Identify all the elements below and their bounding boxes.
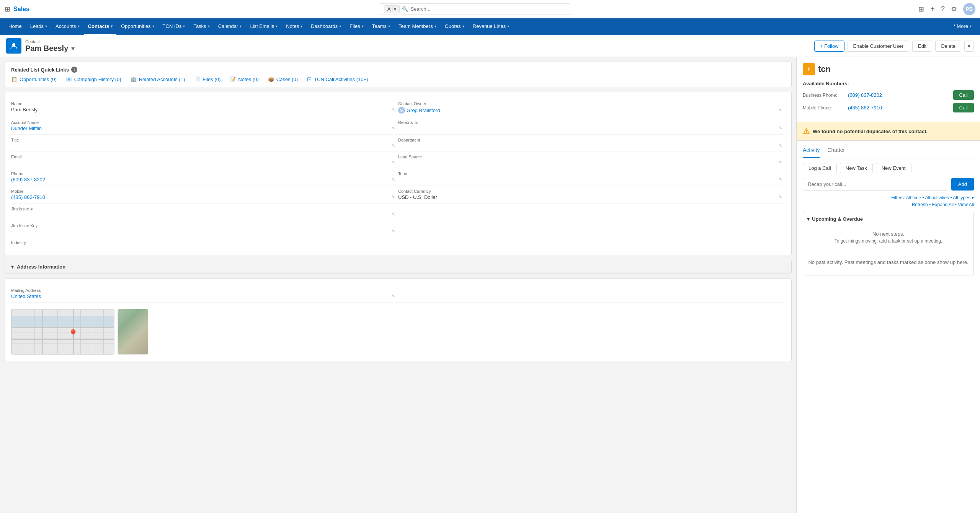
app-grid-icon[interactable]: ⊞ bbox=[5, 5, 10, 13]
jira-issue-key-edit-icon[interactable]: ✎ bbox=[392, 229, 395, 234]
quick-link-tcn-activities[interactable]: ☑ TCN Call Activities (10+) bbox=[307, 77, 368, 82]
activity-tabs: Activity Chatter bbox=[803, 147, 974, 158]
team-edit-icon[interactable]: ✎ bbox=[779, 177, 782, 182]
nav-opportunities-chevron: ▾ bbox=[152, 24, 154, 28]
mailing-address-value: United States bbox=[11, 293, 392, 299]
tcn-business-call-button[interactable]: Call bbox=[953, 90, 974, 100]
owner-avatar-icon: G bbox=[398, 107, 405, 114]
lead-source-edit-icon[interactable]: ✎ bbox=[779, 160, 782, 165]
nav-item-notes[interactable]: Notes ▾ bbox=[282, 18, 306, 35]
search-input[interactable] bbox=[410, 6, 567, 12]
field-lead-source: Lead Source ✎ bbox=[398, 151, 785, 168]
nav-opportunities-label: Opportunities bbox=[121, 23, 150, 29]
department-edit-icon[interactable]: ✎ bbox=[779, 143, 782, 148]
mobile-link[interactable]: (435) 862-7910 bbox=[11, 194, 45, 200]
search-container: All ▾ 🔍 bbox=[36, 3, 915, 15]
nav-item-tasks[interactable]: Tasks ▾ bbox=[189, 18, 213, 35]
tcn-business-phone-number: (609) 837-8202 bbox=[848, 92, 950, 98]
mailing-address-label: Mailing Address bbox=[11, 288, 395, 293]
quick-link-campaign-history[interactable]: 📧 Campaign History (0) bbox=[66, 77, 121, 82]
nav-team-members-label: Team Members bbox=[399, 23, 433, 29]
contact-currency-edit-icon[interactable]: ✎ bbox=[779, 195, 782, 200]
help-icon[interactable]: ? bbox=[941, 5, 945, 13]
nav-item-calendar[interactable]: Calendar ▾ bbox=[214, 18, 246, 35]
tcn-mobile-call-button[interactable]: Call bbox=[953, 103, 974, 112]
follow-button[interactable]: + Follow bbox=[814, 41, 844, 52]
actions-dropdown-button[interactable]: ▾ bbox=[964, 41, 974, 52]
email-edit-icon[interactable]: ✎ bbox=[392, 160, 395, 165]
contact-object-label: Contact bbox=[25, 39, 75, 44]
subtab-new-event[interactable]: New Event bbox=[876, 163, 911, 173]
subtab-new-task[interactable]: New Task bbox=[840, 163, 873, 173]
name-value: Pam Beesly bbox=[11, 107, 392, 112]
settings-icon[interactable]: ⚙ bbox=[951, 5, 957, 13]
quick-link-files[interactable]: 📄 Files (0) bbox=[194, 77, 220, 82]
avatar[interactable]: PB bbox=[963, 3, 975, 15]
contact-owner-edit-icon[interactable]: ✎ bbox=[779, 108, 782, 113]
nav-item-tcn-ids[interactable]: TCN IDs ▾ bbox=[159, 18, 189, 35]
tab-activity[interactable]: Activity bbox=[803, 147, 820, 158]
contact-owner-link[interactable]: Greg Brailsford bbox=[407, 107, 440, 113]
favorites-icon[interactable]: ⊞ bbox=[918, 5, 924, 13]
phone-edit-icon[interactable]: ✎ bbox=[392, 177, 395, 182]
account-name-link[interactable]: Dunder Mifflin bbox=[11, 125, 42, 131]
title-edit-icon[interactable]: ✎ bbox=[392, 143, 395, 148]
add-button[interactable]: Add bbox=[951, 178, 974, 191]
nav-item-list-emails[interactable]: List Emails ▾ bbox=[246, 18, 281, 35]
quick-link-related-accounts[interactable]: 🏢 Related Accounts (1) bbox=[131, 77, 185, 82]
subtab-log-call[interactable]: Log a Call bbox=[803, 163, 837, 173]
opportunities-icon: 📋 bbox=[11, 77, 17, 82]
field-placeholder-9 bbox=[398, 237, 785, 249]
expand-all-link[interactable]: Expand All bbox=[932, 202, 954, 207]
nav-item-team-members[interactable]: Team Members ▾ bbox=[395, 18, 440, 35]
top-bar: ⊞ Sales All ▾ 🔍 ⊞ + ? ⚙ PB bbox=[0, 0, 980, 18]
field-team: Team ✎ bbox=[398, 168, 785, 186]
delete-button[interactable]: Delete bbox=[935, 41, 961, 52]
nav-item-leads[interactable]: Leads ▾ bbox=[26, 18, 51, 35]
search-pill[interactable]: All ▾ bbox=[384, 5, 400, 13]
address-section-header[interactable]: ▾ Address Information bbox=[5, 260, 792, 274]
mailing-address-link[interactable]: United States bbox=[11, 293, 41, 299]
notes-icon: 📝 bbox=[230, 77, 236, 82]
mailing-address-edit-icon[interactable]: ✎ bbox=[392, 294, 395, 299]
enable-customer-user-button[interactable]: Enable Customer User bbox=[848, 41, 910, 52]
follow-star-icon[interactable]: ★ bbox=[70, 45, 75, 51]
nav-item-files[interactable]: Files ▾ bbox=[346, 18, 367, 35]
jira-issue-id-edit-icon[interactable]: ✎ bbox=[392, 212, 395, 217]
reports-to-edit-icon[interactable]: ✎ bbox=[779, 125, 782, 130]
tab-chatter[interactable]: Chatter bbox=[827, 147, 845, 158]
nav-item-home[interactable]: Home bbox=[5, 18, 26, 35]
mobile-edit-icon[interactable]: ✎ bbox=[392, 195, 395, 200]
field-account-name: Account Name Dunder Mifflin ✎ bbox=[11, 117, 398, 134]
add-icon[interactable]: + bbox=[930, 5, 935, 13]
edit-button[interactable]: Edit bbox=[912, 41, 932, 52]
no-steps-desc: To get things moving, add a task or set … bbox=[807, 238, 970, 244]
quick-links-info-icon[interactable]: i bbox=[71, 67, 77, 73]
quick-link-notes[interactable]: 📝 Notes (0) bbox=[230, 77, 258, 82]
field-jira-issue-id: Jira Issue id ✎ bbox=[11, 204, 398, 220]
field-jira-issue-key: Jira Issue Key ✎ bbox=[11, 220, 398, 237]
fields-row-9: Industry bbox=[11, 237, 785, 249]
recap-input[interactable] bbox=[803, 178, 948, 191]
app-name: Sales bbox=[13, 6, 29, 13]
refresh-link[interactable]: Refresh bbox=[912, 202, 928, 207]
nav-item-revenue-lines[interactable]: Revenue Lines ▾ bbox=[469, 18, 513, 35]
nav-leads-chevron: ▾ bbox=[45, 24, 47, 28]
nav-item-more[interactable]: * More ▾ bbox=[950, 18, 975, 35]
field-industry: Industry bbox=[11, 237, 398, 249]
nav-item-accounts[interactable]: Accounts ▾ bbox=[52, 18, 83, 35]
name-edit-icon[interactable]: ✎ bbox=[392, 107, 395, 112]
nav-item-opportunities[interactable]: Opportunities ▾ bbox=[117, 18, 158, 35]
quick-link-cases[interactable]: 📦 Cases (0) bbox=[268, 77, 298, 82]
lead-source-label: Lead Source bbox=[398, 155, 782, 159]
account-name-edit-icon[interactable]: ✎ bbox=[392, 126, 395, 131]
nav-item-dashboards[interactable]: Dashboards ▾ bbox=[307, 18, 345, 35]
upcoming-header[interactable]: ▾ Upcoming & Overdue bbox=[807, 216, 970, 222]
nav-item-teams[interactable]: Teams ▾ bbox=[368, 18, 394, 35]
nav-item-quotes[interactable]: Quotes ▾ bbox=[441, 18, 468, 35]
view-all-link[interactable]: View All bbox=[958, 202, 974, 207]
nav-item-contacts[interactable]: Contacts ▾ bbox=[84, 18, 117, 35]
phone-link[interactable]: (609) 837-8202 bbox=[11, 177, 45, 182]
filters-dropdown-icon[interactable]: ▾ bbox=[972, 195, 974, 200]
quick-link-opportunities[interactable]: 📋 Opportunities (0) bbox=[11, 77, 57, 82]
